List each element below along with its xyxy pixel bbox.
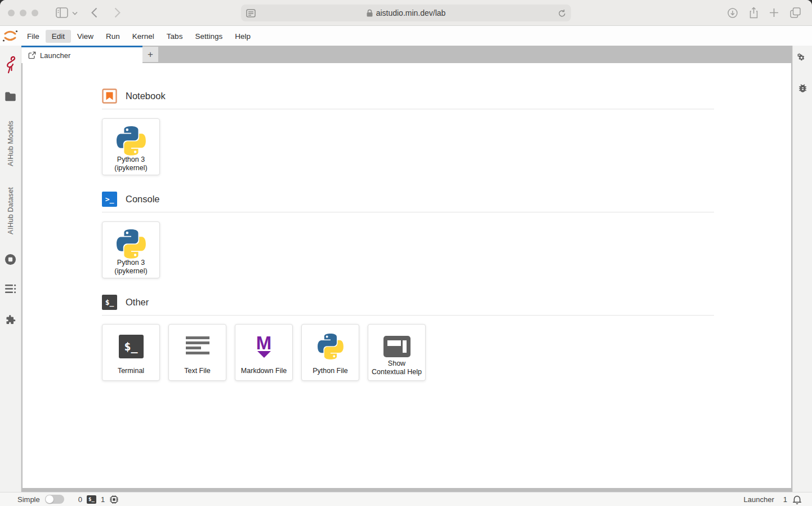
menu-help[interactable]: Help [229, 30, 257, 43]
share-icon[interactable] [749, 7, 759, 19]
tab-bar: Launcher + [21, 46, 792, 63]
simple-mode-toggle[interactable] [45, 495, 64, 504]
card-label: Show Contextual Help [372, 359, 422, 376]
window-close-button[interactable] [8, 10, 15, 16]
section-divider [102, 315, 714, 316]
right-sidebar [792, 46, 812, 492]
left-sidebar: AIHub Models AIHub Dataset [0, 46, 21, 492]
back-button[interactable] [91, 7, 97, 18]
card-terminal[interactable]: $_ Terminal [102, 324, 160, 381]
console-icon: >_ [102, 192, 117, 207]
window-zoom-button[interactable] [32, 10, 38, 16]
section-title-notebook: Notebook [126, 91, 166, 101]
simple-mode-label: Simple [17, 495, 40, 504]
text-file-icon [186, 334, 209, 359]
notifications-count: 1 [783, 495, 787, 504]
terminal-icon: $_ [119, 334, 144, 359]
address-text[interactable]: aistudio.min.dev/lab [376, 8, 446, 17]
card-notebook-python3[interactable]: Python 3 (ipykernel) [102, 118, 160, 175]
aistudio-logo-icon [2, 29, 21, 43]
card-console-python3[interactable]: Python 3 (ipykernel) [102, 221, 160, 278]
kernels-count: 1 [101, 495, 105, 504]
section-divider [102, 109, 714, 109]
python-logo-icon [117, 126, 146, 156]
main-dock-panel: Launcher + Notebook [21, 46, 792, 492]
python-logo-icon [318, 334, 343, 359]
app-menu-bar: File Edit View Run Kernel Tabs Settings … [0, 26, 812, 46]
menu-tabs[interactable]: Tabs [160, 30, 189, 43]
tab-overview-icon[interactable] [790, 7, 801, 18]
debugger-icon[interactable] [793, 83, 812, 94]
card-show-contextual-help[interactable]: Show Contextual Help [368, 324, 426, 381]
browser-window: aistudio.min.dev/lab [0, 0, 812, 506]
card-label: Terminal [118, 367, 144, 375]
terminals-kernels-status[interactable]: 0 $_ 1 [78, 495, 119, 504]
context-label: Launcher [744, 495, 774, 504]
notebook-icon [102, 88, 117, 104]
card-label: Python 3 (ipykernel) [114, 156, 147, 172]
downloads-icon[interactable] [728, 8, 738, 18]
status-bar: Simple 0 $_ 1 Launcher 1 [0, 492, 812, 506]
card-label: Text File [184, 367, 211, 375]
section-console-header: >_ Console [102, 192, 160, 207]
card-markdown-file[interactable]: M Markdown File [235, 324, 293, 381]
window-minimize-button[interactable] [20, 10, 26, 16]
lock-icon [367, 9, 373, 17]
card-label: Markdown File [241, 367, 287, 375]
terminal-status-icon: $_ [87, 495, 96, 504]
card-python-file[interactable]: Python File [301, 324, 359, 381]
launcher-tab-icon [28, 51, 36, 59]
browser-toolbar: aistudio.min.dev/lab [0, 0, 812, 26]
notifications-bell-icon[interactable] [792, 494, 802, 505]
contextual-help-icon [383, 334, 411, 359]
sidebar-item-aihub-models[interactable]: AIHub Models [7, 121, 15, 166]
section-title-other: Other [126, 297, 149, 308]
terminals-count: 0 [78, 495, 82, 504]
menu-settings[interactable]: Settings [189, 30, 229, 43]
launcher-panel: Notebook Python 3 (ipykernel) >_ Console [23, 63, 791, 488]
menu-file[interactable]: File [21, 30, 46, 43]
running-kernels-icon[interactable] [0, 254, 21, 265]
kernel-chip-icon [109, 495, 119, 504]
section-divider [102, 212, 714, 212]
markdown-file-icon: M [256, 334, 272, 359]
property-inspector-icon[interactable] [793, 53, 812, 64]
card-label: Python File [313, 367, 348, 375]
sidebar-item-aihub-dataset[interactable]: AIHub Dataset [7, 187, 15, 234]
extension-manager-icon[interactable] [0, 314, 21, 325]
new-launcher-button[interactable]: + [142, 47, 158, 62]
section-other-header: $_ Other [102, 295, 149, 310]
card-label: Python 3 (ipykernel) [114, 259, 147, 276]
tab-launcher-label: Launcher [40, 51, 70, 60]
section-title-console: Console [126, 194, 160, 205]
file-browser-icon[interactable] [0, 91, 21, 101]
card-text-file[interactable]: Text File [168, 324, 226, 381]
sidebar-chevron-icon[interactable] [72, 11, 78, 15]
menu-edit[interactable]: Edit [46, 30, 71, 43]
menu-run[interactable]: Run [100, 30, 126, 43]
new-tab-icon[interactable] [769, 8, 779, 17]
table-of-contents-icon[interactable] [0, 284, 21, 294]
forward-button[interactable] [114, 7, 121, 18]
reload-icon[interactable] [558, 9, 566, 17]
terminal-icon: $_ [102, 295, 117, 310]
tab-launcher[interactable]: Launcher [21, 46, 142, 63]
menu-kernel[interactable]: Kernel [126, 30, 160, 43]
aihub-flamingo-icon[interactable] [0, 55, 21, 74]
address-bar[interactable]: aistudio.min.dev/lab [241, 5, 571, 21]
section-notebook-header: Notebook [102, 88, 166, 104]
menu-view[interactable]: View [71, 30, 100, 43]
sidebar-toggle-icon[interactable] [56, 7, 68, 18]
python-logo-icon [117, 229, 146, 259]
